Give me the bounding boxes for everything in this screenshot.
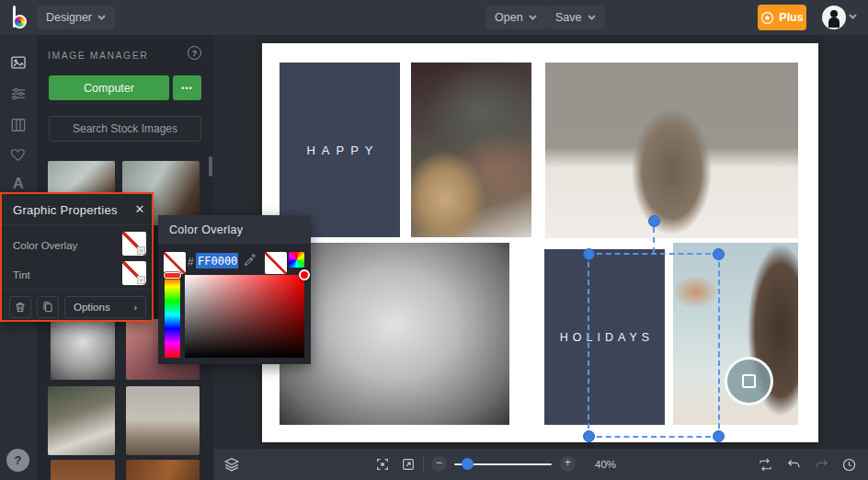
history-button[interactable] xyxy=(839,455,858,474)
adjust-sliders-icon xyxy=(9,85,28,103)
sidebar-item-adjust[interactable] xyxy=(7,83,29,105)
sidebar-item-favorites[interactable] xyxy=(7,143,29,166)
fit-screen-icon xyxy=(375,457,390,472)
save-label: Save xyxy=(555,11,582,24)
hue-slider-handle[interactable] xyxy=(164,272,181,279)
heart-icon xyxy=(9,145,28,164)
graphic-properties-popup: Graphic Properties ✕ Color Overlay ˅ Tin… xyxy=(0,192,154,322)
media-placeholder-button[interactable] xyxy=(725,357,773,406)
text-tool-icon: A xyxy=(13,175,24,193)
chevron-right-icon: › xyxy=(133,302,137,313)
bottom-toolbar: − + 40% xyxy=(213,449,868,480)
account-chevron-down-icon[interactable] xyxy=(849,14,857,19)
save-button[interactable]: Save xyxy=(546,6,605,29)
zoom-out-button[interactable]: − xyxy=(431,456,447,472)
resize-canvas-button[interactable] xyxy=(399,455,417,474)
close-icon[interactable]: ✕ xyxy=(131,200,148,217)
no-color-swatch[interactable] xyxy=(164,252,186,274)
image-thumbnail[interactable] xyxy=(48,386,115,455)
star-badge-icon xyxy=(760,11,774,25)
duplicate-button[interactable] xyxy=(37,296,59,318)
design-page[interactable]: HAPPY HOLIDAYS xyxy=(262,43,818,442)
sidebar-item-layouts[interactable] xyxy=(7,114,29,136)
divider xyxy=(423,457,424,472)
layout-columns-icon xyxy=(9,116,28,134)
eyedropper-icon[interactable] xyxy=(243,253,259,269)
image-thumbnail[interactable] xyxy=(51,460,115,480)
swap-template-button[interactable] xyxy=(756,455,774,474)
top-bar: Designer Open Save Plus xyxy=(0,0,868,35)
image-thumbnail[interactable] xyxy=(126,386,200,455)
placeholder-square-icon xyxy=(742,374,756,388)
resize-handle-top-left[interactable] xyxy=(583,248,595,260)
hex-color-input[interactable]: FF0000 xyxy=(196,253,238,269)
color-overlay-picker-popup: Color Overlay # FF0000 xyxy=(158,215,311,364)
color-overlay-swatch[interactable]: ˅ xyxy=(122,232,146,256)
duplicate-icon xyxy=(41,301,54,314)
no-color-swatch[interactable] xyxy=(265,252,287,274)
chevron-down-icon xyxy=(529,15,537,20)
zoom-slider-handle[interactable] xyxy=(462,458,474,470)
resize-handle-top-right[interactable] xyxy=(713,248,725,260)
image-thumbnail[interactable] xyxy=(126,460,200,480)
tint-swatch[interactable]: ˅ xyxy=(122,261,146,285)
help-button[interactable]: ? xyxy=(6,449,29,472)
resize-handle-bottom-right[interactable] xyxy=(713,430,725,442)
rotation-handle[interactable] xyxy=(648,215,660,227)
layers-button[interactable] xyxy=(223,455,241,474)
options-button[interactable]: Options › xyxy=(64,296,146,318)
sidebar-item-image-manager[interactable] xyxy=(7,51,29,74)
tint-label: Tint xyxy=(13,269,30,280)
photo-couple[interactable] xyxy=(411,63,531,237)
rainbow-palette-swatch[interactable] xyxy=(289,252,304,268)
open-label: Open xyxy=(495,11,523,24)
photo-baby-bear-costume[interactable] xyxy=(545,63,798,238)
canvas-area[interactable]: HAPPY HOLIDAYS xyxy=(213,35,868,449)
app-menu-button[interactable]: Designer xyxy=(37,6,115,29)
resize-icon xyxy=(401,457,416,472)
panel-help-icon[interactable]: ? xyxy=(188,46,201,60)
plus-label: Plus xyxy=(779,11,803,24)
open-button[interactable]: Open xyxy=(485,6,546,29)
upload-more-button[interactable]: ••• xyxy=(173,75,201,100)
undo-button[interactable] xyxy=(784,455,803,474)
divider xyxy=(2,289,152,290)
search-stock-images-button[interactable]: Search Stock Images xyxy=(49,116,201,142)
divider xyxy=(2,224,152,225)
photo-newborn-bw[interactable] xyxy=(280,243,509,425)
chevron-down-icon xyxy=(588,15,596,20)
app-menu-label: Designer xyxy=(46,11,92,24)
redo-button[interactable] xyxy=(812,455,830,474)
redo-icon xyxy=(814,457,829,473)
plus-upgrade-button[interactable]: Plus xyxy=(758,5,806,30)
upload-computer-button[interactable]: Computer xyxy=(49,75,169,100)
fit-to-screen-button[interactable] xyxy=(373,455,392,474)
image-manager-icon xyxy=(9,53,28,72)
saturation-picker-handle[interactable] xyxy=(299,269,310,280)
swatch-dropdown-icon: ˅ xyxy=(137,276,145,284)
holidays-text-block[interactable]: HOLIDAYS xyxy=(544,249,665,425)
befunky-logo-icon[interactable] xyxy=(10,5,32,30)
swap-arrows-icon xyxy=(758,457,773,473)
zoom-level-value: 40% xyxy=(595,459,616,470)
saturation-field[interactable] xyxy=(185,275,304,358)
account-avatar[interactable] xyxy=(822,6,846,29)
picker-title: Color Overlay xyxy=(158,215,311,244)
undo-icon xyxy=(786,457,802,473)
zoom-slider[interactable] xyxy=(454,463,552,465)
panel-scrollbar[interactable] xyxy=(209,156,212,177)
layers-icon xyxy=(223,456,240,473)
popup-title: Graphic Properties xyxy=(13,203,118,217)
zoom-in-button[interactable]: + xyxy=(560,456,576,472)
happy-text-block[interactable]: HAPPY xyxy=(280,63,400,237)
trash-icon xyxy=(14,301,27,314)
chevron-down-icon xyxy=(97,15,106,20)
history-clock-icon xyxy=(841,457,857,473)
hex-prefix: # xyxy=(188,256,194,269)
designer-app: Designer Open Save Plus xyxy=(0,0,868,480)
hue-slider[interactable] xyxy=(165,272,180,358)
resize-handle-bottom-left[interactable] xyxy=(583,430,595,442)
swatch-dropdown-icon: ˅ xyxy=(137,246,145,255)
image-thumbnail[interactable] xyxy=(51,319,115,380)
delete-button[interactable] xyxy=(9,296,31,318)
